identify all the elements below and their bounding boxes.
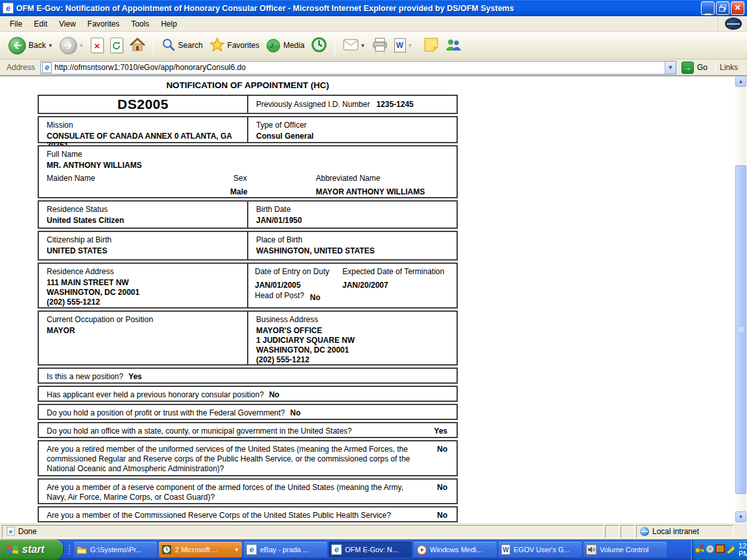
minimize-button[interactable]: ▁ [701, 1, 715, 15]
prev-id-label: Previously Assigned I.D. Number [256, 100, 370, 109]
title-bar: e OFM E-Gov: Notification of Appointment… [0, 0, 747, 16]
speaker-icon[interactable] [706, 544, 715, 555]
menu-favorites[interactable]: Favorites [82, 18, 125, 30]
mission-label: Mission [47, 121, 239, 130]
taskbar-clock[interactable]: 12:59 PM [739, 542, 747, 557]
go-label: Go [697, 63, 707, 72]
group-dropdown-icon: ▼ [234, 547, 239, 553]
taskbar-item-ebay[interactable]: e eBay - prada ... [244, 542, 327, 557]
quick-launch-grip[interactable] [67, 542, 72, 557]
edit-with-word-button[interactable]: W ▼ [391, 37, 416, 54]
volume-icon [586, 544, 597, 555]
search-button[interactable]: Search [158, 36, 206, 55]
menu-help[interactable]: Help [155, 18, 183, 30]
vertical-scrollbar[interactable]: ▲ ▼ [735, 76, 746, 522]
menu-file[interactable]: File [4, 18, 28, 30]
address-input[interactable] [52, 62, 665, 73]
links-label[interactable]: Links [720, 63, 738, 72]
menu-edit[interactable]: Edit [28, 18, 53, 30]
question-text: Is this a new position? [47, 372, 123, 381]
back-label: Back [29, 41, 46, 50]
search-icon [161, 38, 176, 54]
form-number: DS2005 [39, 96, 247, 113]
business-address-line: 1 JUDICIARY SQUARE NW [256, 336, 449, 345]
ie-window: e OFM E-Gov: Notification of Appointment… [0, 0, 747, 560]
refresh-button[interactable] [107, 36, 126, 54]
scrollbar-thumb[interactable] [735, 165, 746, 494]
home-button[interactable] [126, 36, 148, 56]
birth-date-label: Birth Date [256, 205, 449, 214]
question-row: Are you a member of a reserve component … [38, 478, 458, 504]
favorites-button[interactable]: Favorites [206, 36, 263, 56]
history-icon [311, 37, 327, 54]
word-icon: W [394, 38, 406, 52]
occupation-value: MAYOR [47, 326, 239, 335]
forward-dropdown-icon[interactable]: ▼ [79, 43, 84, 49]
menu-view[interactable]: View [53, 18, 82, 30]
birth-date-value: JAN/01/1950 [256, 216, 449, 225]
address-field: e ▼ [40, 61, 676, 75]
sex-value: Male [230, 187, 248, 196]
discuss-button[interactable] [421, 36, 442, 55]
taskbar-item-volume-control[interactable]: Volume Control [584, 542, 667, 557]
question-text: Do you hold a position of profit or trus… [47, 408, 285, 417]
task-label: G:\Systems\Pr... [90, 546, 154, 554]
status-text: Done [18, 527, 37, 536]
ie-icon: e [331, 544, 342, 555]
question-row: Are you a retired member of the uniforme… [38, 440, 458, 476]
back-icon [8, 37, 26, 54]
search-label: Search [178, 41, 203, 50]
home-icon [130, 37, 145, 54]
ie-page-icon: e [3, 3, 14, 14]
security-zone-panel: Local intranet [636, 525, 733, 538]
word-doc-icon: W [501, 544, 510, 555]
taskbar-item-word-doc[interactable]: W EGOV User's G... [499, 542, 582, 557]
question-text: Are you a retired member of the uniforme… [47, 445, 449, 474]
go-button[interactable]: → Go [682, 62, 707, 74]
alert-icon[interactable] [726, 544, 735, 555]
intranet-zone-icon [640, 527, 649, 536]
network-key-icon[interactable] [694, 544, 705, 556]
business-address-line: (202) 555-1212 [256, 355, 449, 364]
toolbar-separator [153, 34, 154, 56]
question-answer: Yes [128, 372, 142, 381]
restore-button[interactable] [716, 1, 729, 15]
question-row: Do you hold an office with a state, coun… [38, 422, 458, 438]
back-button[interactable]: Back ▼ [5, 36, 56, 56]
question-answer: No [437, 511, 447, 520]
forward-button[interactable]: ▼ [56, 36, 88, 56]
mail-dropdown-icon[interactable]: ▼ [361, 43, 366, 49]
window-title: OFM E-Gov: Notification of Appointment o… [16, 4, 701, 13]
close-button[interactable]: ✕ [731, 1, 744, 15]
taskbar-item-explorer[interactable]: G:\Systems\Pr... [74, 542, 157, 557]
media-button[interactable]: ♪ Media [263, 37, 308, 54]
task-label: Volume Control [600, 546, 664, 554]
address-label: Address [6, 63, 35, 72]
prev-id-value: 1235-1245 [376, 100, 413, 109]
taskbar-item-ofm-egov[interactable]: e OFM E-Gov: N... [329, 542, 412, 557]
question-row: Are you a member of the Commissioned Res… [38, 506, 458, 522]
taskbar-item-media-player[interactable]: Windows Medi... [414, 542, 497, 557]
stop-button[interactable]: × [88, 36, 107, 54]
menu-tools[interactable]: Tools [125, 18, 155, 30]
edit-dropdown-icon[interactable]: ▼ [408, 43, 413, 49]
taskbar-group-microsoft[interactable]: 2 Microsoft ... ▼ [159, 542, 242, 557]
back-dropdown-icon[interactable]: ▼ [48, 43, 53, 49]
folder-icon [77, 544, 87, 555]
history-button[interactable] [308, 36, 330, 56]
entry-duty-value: JAN/01/2005 [255, 281, 301, 290]
scroll-up-button[interactable]: ▲ [735, 76, 746, 87]
start-button[interactable]: start [0, 539, 63, 560]
messenger-icon [445, 38, 462, 54]
citizenship-row: Citizenship at Birth UNITED STATES Place… [38, 231, 458, 261]
sim-card-icon[interactable] [715, 544, 725, 555]
messenger-button[interactable] [442, 36, 465, 55]
address-dropdown-icon[interactable]: ▼ [665, 62, 676, 74]
print-button[interactable] [369, 36, 391, 55]
task-label: 2 Microsoft ... [175, 546, 233, 554]
officer-type-value: Consul General [256, 132, 449, 141]
scroll-down-button[interactable]: ▼ [735, 511, 746, 522]
taskbar: start G:\Systems\Pr... 2 Microsoft ... ▼… [0, 539, 747, 560]
mail-button[interactable]: ▼ [340, 38, 369, 54]
residence-address-label: Residence Address [47, 267, 239, 276]
